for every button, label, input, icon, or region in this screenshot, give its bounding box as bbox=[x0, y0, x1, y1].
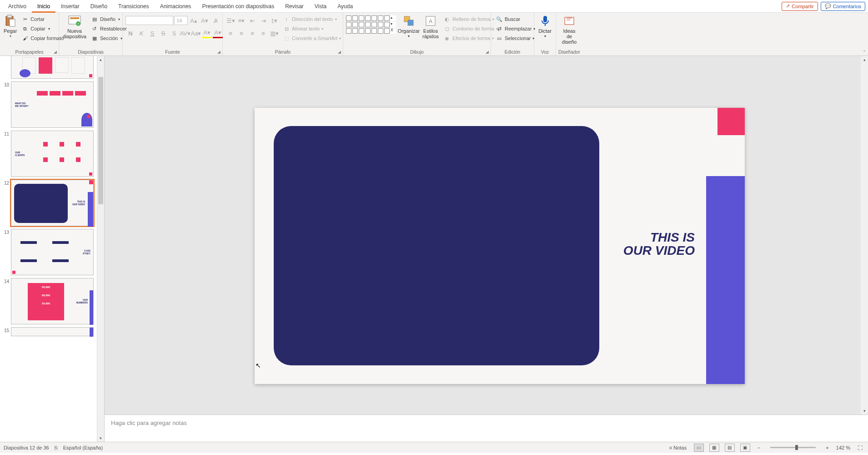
editor-scroll-up[interactable]: ▴ bbox=[861, 56, 868, 63]
collapse-ribbon-button[interactable]: ⌃ bbox=[863, 50, 866, 55]
slide-thumbnail-11[interactable]: OUR CLIENTS bbox=[11, 131, 94, 177]
underline-button[interactable]: S bbox=[147, 28, 157, 38]
tab-vista[interactable]: Vista bbox=[309, 0, 332, 13]
notes-pane[interactable]: Haga clic para agregar notas bbox=[105, 415, 868, 442]
scroll-up-button[interactable]: ▴ bbox=[97, 56, 104, 63]
slide-thumbnail-9[interactable] bbox=[11, 56, 94, 79]
tab-revisar[interactable]: Revisar bbox=[280, 0, 309, 13]
zoom-slider[interactable] bbox=[770, 447, 816, 448]
cut-button[interactable]: ✂Cortar bbox=[20, 15, 65, 24]
video-placeholder[interactable] bbox=[274, 126, 599, 365]
tab-presentacion[interactable]: Presentación con diapositivas bbox=[196, 0, 280, 13]
format-painter-button[interactable]: 🖌Copiar formato bbox=[20, 34, 65, 43]
normal-view-button[interactable]: ▭ bbox=[694, 444, 704, 452]
align-text-button[interactable]: ⊟Alinear texto▾ bbox=[281, 24, 343, 33]
slide-thumbnail-13[interactable]: CASE STUDY bbox=[11, 229, 94, 275]
fill-icon: ◐ bbox=[443, 15, 451, 23]
editor-scrollbar[interactable]: ▴ ▾ bbox=[861, 56, 868, 415]
char-spacing-button[interactable]: AV▾ bbox=[180, 28, 190, 38]
slide-thumbnail-14[interactable]: 50,000 80,000 20,000 OUR NUMBERS bbox=[11, 278, 94, 324]
notes-toggle-button[interactable]: ≡Notas bbox=[667, 445, 688, 450]
slide-sorter-view-button[interactable]: ▦ bbox=[709, 444, 719, 452]
tab-archivo[interactable]: Archivo bbox=[3, 0, 32, 13]
convert-smartart-button[interactable]: ⬚Convertir a SmartArt▾ bbox=[281, 34, 343, 43]
tab-diseno[interactable]: Diseño bbox=[85, 0, 113, 13]
shapes-gallery[interactable]: ▴ ▾ ⊼ bbox=[346, 15, 396, 34]
slide-title[interactable]: THIS IS OUR VIDEO bbox=[623, 231, 695, 258]
clipboard-launcher[interactable]: ◢ bbox=[52, 49, 58, 55]
slide-canvas[interactable]: THIS IS OUR VIDEO bbox=[255, 108, 745, 384]
highlight-button[interactable]: A▾ bbox=[202, 28, 212, 38]
editor-scroll-down[interactable]: ▾ bbox=[861, 407, 868, 415]
comments-button[interactable]: 💬 Comentarios bbox=[821, 2, 865, 11]
slide-counter: Diapositiva 12 de 36 bbox=[4, 445, 49, 450]
svg-text:A: A bbox=[429, 18, 432, 25]
decorative-pink-square[interactable] bbox=[717, 108, 745, 135]
slide-editor: THIS IS OUR VIDEO ↖ ▴ ▾ Haga clic para a… bbox=[105, 56, 868, 442]
align-left-button[interactable]: ≡ bbox=[226, 28, 236, 38]
share-button[interactable]: ↗ Compartir bbox=[782, 2, 818, 11]
drawing-launcher[interactable]: ◢ bbox=[484, 49, 490, 55]
paragraph-launcher[interactable]: ◢ bbox=[336, 49, 342, 55]
smartart-icon: ⬚ bbox=[283, 35, 290, 42]
slide-thumbnail-12[interactable]: THIS ISOUR VIDEO bbox=[11, 180, 94, 226]
strikethrough-button[interactable]: S bbox=[158, 28, 168, 38]
decorative-purple-bar[interactable] bbox=[706, 176, 745, 384]
slide-thumbnail-15[interactable] bbox=[11, 327, 94, 336]
dictate-button[interactable]: Dictar▾ bbox=[537, 14, 553, 40]
increase-indent-button[interactable]: ⇥ bbox=[258, 15, 268, 25]
scroll-down-button[interactable]: ▾ bbox=[97, 435, 104, 442]
group-editing-label: Edición bbox=[491, 48, 534, 56]
bullets-button[interactable]: ☰▾ bbox=[226, 15, 236, 25]
text-shadow-button[interactable]: S bbox=[169, 28, 179, 38]
bold-button[interactable]: N bbox=[125, 28, 135, 38]
justify-button[interactable]: ≡ bbox=[258, 28, 268, 38]
accessibility-icon[interactable]: ⎘ bbox=[55, 445, 58, 450]
fit-to-window-button[interactable]: ⛶ bbox=[856, 445, 864, 450]
arrange-button[interactable]: Organizar▾ bbox=[398, 14, 420, 40]
align-right-button[interactable]: ≡ bbox=[247, 28, 257, 38]
zoom-in-button[interactable]: + bbox=[824, 445, 830, 450]
change-case-button[interactable]: Aa▾ bbox=[191, 28, 201, 38]
replace-button[interactable]: ⇄Reemplazar▾ bbox=[494, 24, 537, 33]
zoom-level[interactable]: 142 % bbox=[836, 445, 850, 450]
font-size-input[interactable] bbox=[174, 16, 188, 25]
select-button[interactable]: ▭Seleccionar▾ bbox=[494, 34, 537, 43]
decrease-indent-button[interactable]: ⇤ bbox=[247, 15, 257, 25]
slide-canvas-area[interactable]: THIS IS OUR VIDEO ↖ ▴ ▾ bbox=[105, 56, 868, 415]
new-slide-button[interactable]: + Nueva diapositiva bbox=[62, 14, 87, 40]
slideshow-view-button[interactable]: ▣ bbox=[740, 444, 750, 452]
slide-thumbnail-10[interactable]: WHAT DO WE OFFER? bbox=[11, 81, 94, 128]
reading-view-button[interactable]: ▤ bbox=[725, 444, 735, 452]
quick-styles-button[interactable]: A Estilos rápidos bbox=[421, 14, 440, 40]
font-launcher[interactable]: ◢ bbox=[216, 49, 221, 55]
tab-transiciones[interactable]: Transiciones bbox=[113, 0, 155, 13]
find-button[interactable]: 🔍Buscar bbox=[494, 15, 537, 24]
group-voice-label: Voz bbox=[534, 48, 556, 56]
tab-animaciones[interactable]: Animaciones bbox=[155, 0, 197, 13]
line-spacing-button[interactable]: ‡▾ bbox=[269, 15, 279, 25]
scroll-thumb[interactable] bbox=[98, 77, 103, 204]
group-designer-label: Diseñador bbox=[556, 48, 582, 56]
decrease-font-button[interactable]: A▾ bbox=[200, 15, 210, 25]
font-color-button[interactable]: A▾ bbox=[213, 28, 223, 38]
copy-button[interactable]: ⧉Copiar▾ bbox=[20, 24, 65, 33]
increase-font-button[interactable]: A▴ bbox=[189, 15, 199, 25]
clear-format-button[interactable]: A̷ bbox=[211, 15, 221, 25]
paste-button[interactable]: Pegar ▾ bbox=[3, 14, 18, 40]
scissors-icon: ✂ bbox=[21, 15, 29, 23]
align-center-button[interactable]: ≡ bbox=[236, 28, 246, 38]
font-family-input[interactable] bbox=[125, 16, 173, 25]
design-ideas-button[interactable]: Ideas de diseño bbox=[559, 14, 580, 46]
tab-ayuda[interactable]: Ayuda bbox=[332, 0, 358, 13]
tab-inicio[interactable]: Inicio bbox=[32, 0, 55, 13]
italic-button[interactable]: K bbox=[136, 28, 146, 38]
thumbnails-scrollbar[interactable]: ▴ ▾ bbox=[97, 56, 104, 442]
columns-button[interactable]: ▥▾ bbox=[269, 28, 279, 38]
svg-text:+: + bbox=[77, 22, 80, 26]
language-indicator[interactable]: Español (España) bbox=[63, 445, 103, 450]
tab-insertar[interactable]: Insertar bbox=[55, 0, 85, 13]
zoom-out-button[interactable]: − bbox=[756, 445, 762, 450]
text-direction-button[interactable]: ↕Dirección del texto▾ bbox=[281, 15, 343, 24]
numbering-button[interactable]: ≡▾ bbox=[236, 15, 246, 25]
